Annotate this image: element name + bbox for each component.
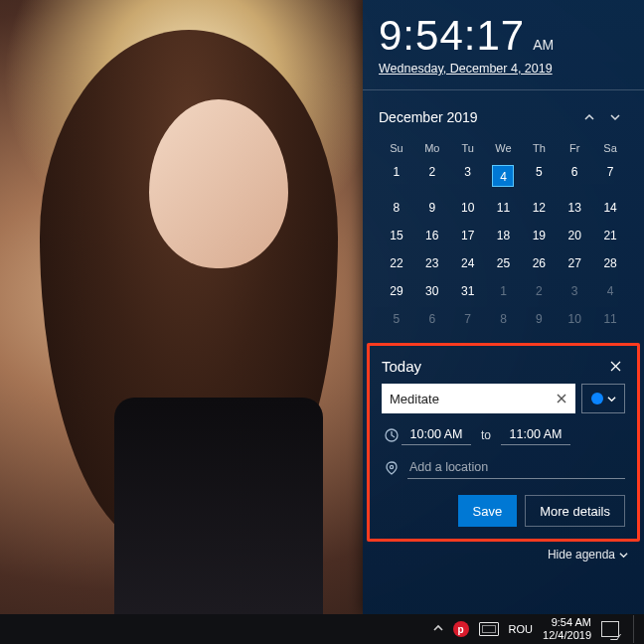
clock-time: 9:54:17 (379, 12, 525, 60)
calendar-day[interactable]: 29 (379, 277, 414, 305)
prev-month-button[interactable] (576, 104, 602, 130)
calendar-day[interactable]: 24 (450, 249, 486, 277)
calendar-day[interactable]: 5 (521, 158, 557, 194)
calendar-day[interactable]: 8 (379, 194, 414, 222)
calendar-day[interactable]: 10 (557, 305, 592, 333)
close-icon (610, 361, 621, 372)
notification-center-button[interactable] (601, 621, 619, 637)
clock-icon (382, 428, 402, 442)
calendar-day[interactable]: 6 (557, 158, 592, 194)
calendar-day[interactable]: 26 (521, 249, 557, 277)
hide-agenda-button[interactable]: Hide agenda (379, 548, 628, 562)
calendar-day[interactable]: 9 (414, 194, 450, 222)
clock-display: 9:54:17 AM (379, 12, 628, 60)
calendar-day[interactable]: 4 (592, 277, 628, 305)
dow-label: Th (521, 138, 557, 158)
date-link[interactable]: Wednesday, December 4, 2019 (379, 62, 628, 76)
close-icon (557, 394, 566, 403)
calendar-day[interactable]: 5 (379, 305, 414, 333)
calendar-day[interactable]: 21 (592, 222, 628, 249)
next-month-button[interactable] (602, 104, 628, 130)
calendar-day[interactable]: 31 (450, 277, 486, 305)
calendar-grid: SuMoTuWeThFrSa12345678910111213141516171… (379, 138, 628, 333)
location-icon (382, 461, 402, 475)
to-label: to (481, 428, 491, 442)
calendar-day[interactable]: 16 (414, 222, 450, 249)
calendar-day[interactable]: 11 (486, 194, 522, 222)
svg-point-5 (390, 465, 393, 468)
chevron-up-icon (433, 623, 443, 633)
calendar-day[interactable]: 15 (379, 222, 414, 249)
event-card-title: Today (382, 358, 605, 375)
tray-app-icon[interactable]: p (453, 621, 469, 637)
chevron-down-icon (609, 111, 621, 123)
month-label[interactable]: December 2019 (379, 109, 576, 125)
location-input[interactable] (407, 457, 625, 479)
calendar-day[interactable]: 13 (557, 194, 592, 222)
chevron-down-icon (619, 551, 628, 560)
calendar-day[interactable]: 1 (379, 158, 414, 194)
dow-label: Tu (450, 138, 486, 158)
calendar-color-dot (591, 393, 603, 404)
tray-overflow-button[interactable] (433, 623, 443, 635)
dow-label: Fr (557, 138, 592, 158)
calendar-day[interactable]: 8 (486, 305, 522, 333)
calendar-day[interactable]: 28 (592, 249, 628, 277)
event-title-input[interactable]: Meditate (382, 384, 575, 413)
calendar-day-today[interactable]: 4 (486, 158, 522, 194)
calendar-day[interactable]: 30 (414, 277, 450, 305)
close-event-button[interactable] (605, 356, 625, 376)
show-desktop-button[interactable] (633, 615, 638, 643)
calendar-day[interactable]: 14 (592, 194, 628, 222)
calendar-picker[interactable] (581, 384, 625, 413)
calendar-day[interactable]: 7 (450, 305, 486, 333)
chevron-up-icon (583, 111, 595, 123)
calendar-flyout: 9:54:17 AM Wednesday, December 4, 2019 D… (363, 0, 644, 614)
calendar-day[interactable]: 1 (486, 277, 522, 305)
clear-title-button[interactable] (554, 391, 569, 406)
calendar-day[interactable]: 6 (414, 305, 450, 333)
save-button[interactable]: Save (458, 495, 518, 527)
calendar-day[interactable]: 25 (486, 249, 522, 277)
calendar-day[interactable]: 20 (557, 222, 592, 249)
calendar-day[interactable]: 18 (486, 222, 522, 249)
end-time-input[interactable]: 11:00 AM (501, 425, 570, 445)
calendar-day[interactable]: 2 (521, 277, 557, 305)
calendar-day[interactable]: 3 (450, 158, 486, 194)
touch-keyboard-button[interactable] (479, 622, 499, 636)
event-title-value: Meditate (390, 392, 439, 406)
calendar-day[interactable]: 17 (450, 222, 486, 249)
calendar-day[interactable]: 11 (592, 305, 628, 333)
more-details-button[interactable]: More details (525, 495, 625, 527)
dow-label: Sa (592, 138, 628, 158)
clock-ampm: AM (533, 37, 554, 53)
calendar-day[interactable]: 7 (592, 158, 628, 194)
calendar-day[interactable]: 10 (450, 194, 486, 222)
chevron-down-icon (607, 395, 616, 403)
taskbar: p ROU 9:54 AM 12/4/2019 (0, 614, 644, 644)
calendar-day[interactable]: 27 (557, 249, 592, 277)
calendar-day[interactable]: 9 (521, 305, 557, 333)
event-card: Today Meditate (367, 343, 640, 542)
dow-label: Mo (414, 138, 450, 158)
calendar-day[interactable]: 2 (414, 158, 450, 194)
taskbar-clock[interactable]: 9:54 AM 12/4/2019 (543, 616, 591, 641)
calendar-day[interactable]: 12 (521, 194, 557, 222)
calendar-day[interactable]: 3 (557, 277, 592, 305)
dow-label: We (486, 138, 522, 158)
language-indicator[interactable]: ROU (509, 623, 533, 635)
calendar-day[interactable]: 22 (379, 249, 414, 277)
calendar-day[interactable]: 23 (414, 249, 450, 277)
calendar-day[interactable]: 19 (521, 222, 557, 249)
start-time-input[interactable]: 10:00 AM (402, 425, 471, 445)
dow-label: Su (379, 138, 414, 158)
